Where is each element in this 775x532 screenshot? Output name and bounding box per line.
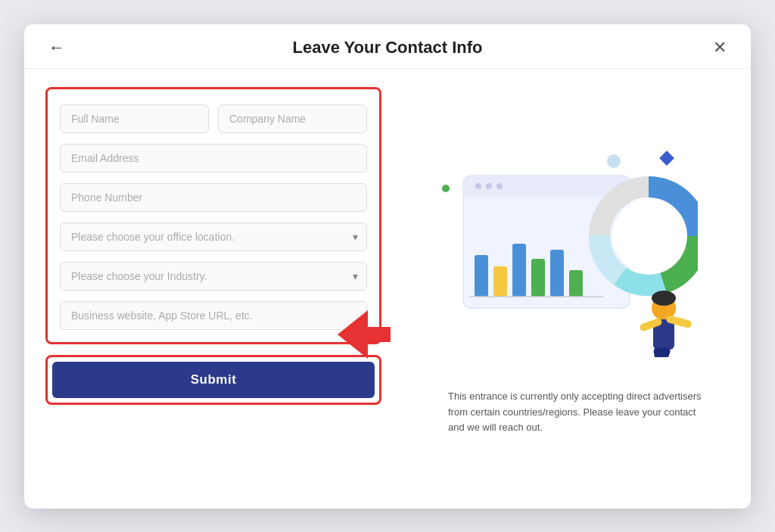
svg-rect-9 [512, 244, 526, 297]
back-button[interactable]: ← [42, 35, 71, 61]
website-input[interactable] [60, 301, 367, 330]
industry-select-wrapper: Please choose your Industry. ▾ [60, 262, 367, 291]
svg-point-4 [475, 183, 481, 189]
svg-rect-7 [475, 255, 488, 297]
name-row [60, 104, 367, 133]
circle-decoration [607, 154, 621, 168]
company-name-field [218, 104, 367, 133]
svg-point-26 [652, 291, 676, 306]
website-row [60, 301, 367, 330]
modal-title: Leave Your Contact Info [292, 38, 482, 58]
modal-header: ← Leave Your Contact Info ✕ [24, 24, 751, 69]
illustration-side: This entrance is currently only acceptin… [403, 69, 751, 509]
email-field [60, 144, 367, 173]
form-side: Please choose your office location. ▾ Pl… [24, 69, 403, 509]
office-field: Please choose your office location. ▾ [60, 222, 367, 251]
industry-select[interactable]: Please choose your Industry. [60, 262, 367, 291]
close-button[interactable]: ✕ [707, 36, 733, 59]
contact-info-modal: ← Leave Your Contact Info ✕ [24, 24, 751, 509]
email-row [60, 144, 367, 173]
phone-field [60, 183, 367, 212]
svg-rect-12 [569, 270, 583, 297]
industry-field: Please choose your Industry. ▾ [60, 262, 367, 291]
submit-outline: Submit [45, 355, 381, 405]
full-name-field [60, 104, 209, 133]
green-dot-decoration [442, 185, 450, 192]
caption-text: This entrance is currently only acceptin… [448, 389, 705, 436]
email-input[interactable] [60, 144, 367, 173]
svg-rect-10 [531, 259, 545, 297]
website-field [60, 301, 367, 330]
industry-row: Please choose your Industry. ▾ [60, 262, 367, 291]
submit-button[interactable]: Submit [52, 362, 375, 398]
svg-rect-11 [550, 250, 564, 297]
svg-rect-8 [493, 266, 507, 297]
phone-row [60, 183, 367, 212]
dashboard-illustration [456, 160, 698, 357]
svg-point-19 [612, 200, 685, 272]
svg-point-6 [496, 183, 503, 189]
modal-body: Please choose your office location. ▾ Pl… [24, 69, 751, 509]
company-name-input[interactable] [218, 104, 367, 133]
office-select[interactable]: Please choose your office location. [60, 222, 367, 251]
phone-input[interactable] [60, 183, 367, 212]
office-select-wrapper: Please choose your office location. ▾ [60, 222, 367, 251]
illustration-area [421, 138, 733, 380]
full-name-input[interactable] [60, 104, 209, 133]
office-row: Please choose your office location. ▾ [60, 222, 367, 251]
form-outline: Please choose your office location. ▾ Pl… [45, 87, 381, 344]
svg-point-5 [486, 183, 492, 189]
